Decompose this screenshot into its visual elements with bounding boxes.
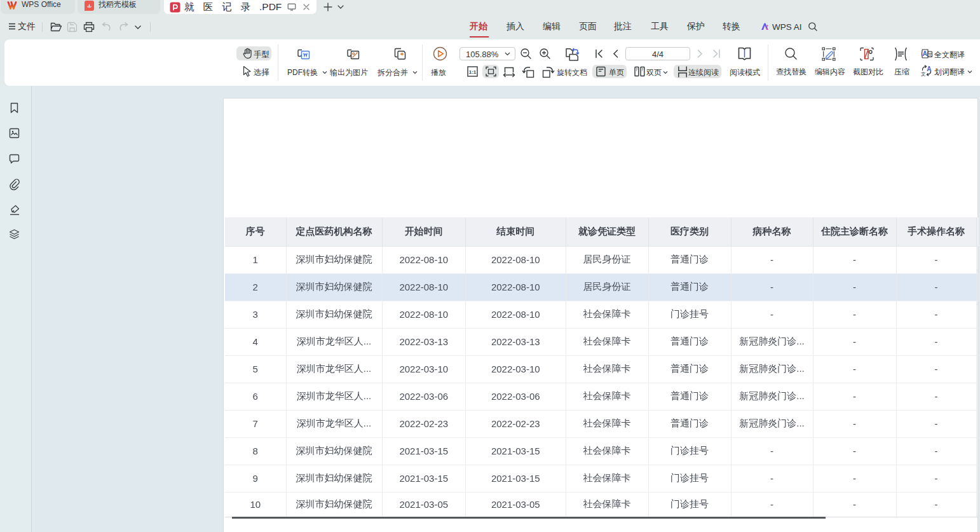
svg-text:A: A: [927, 65, 931, 72]
svg-text:A: A: [923, 50, 928, 57]
svg-text:文: 文: [928, 52, 932, 57]
svg-text:1:1: 1:1: [469, 69, 477, 75]
svg-text:文: 文: [921, 71, 926, 76]
